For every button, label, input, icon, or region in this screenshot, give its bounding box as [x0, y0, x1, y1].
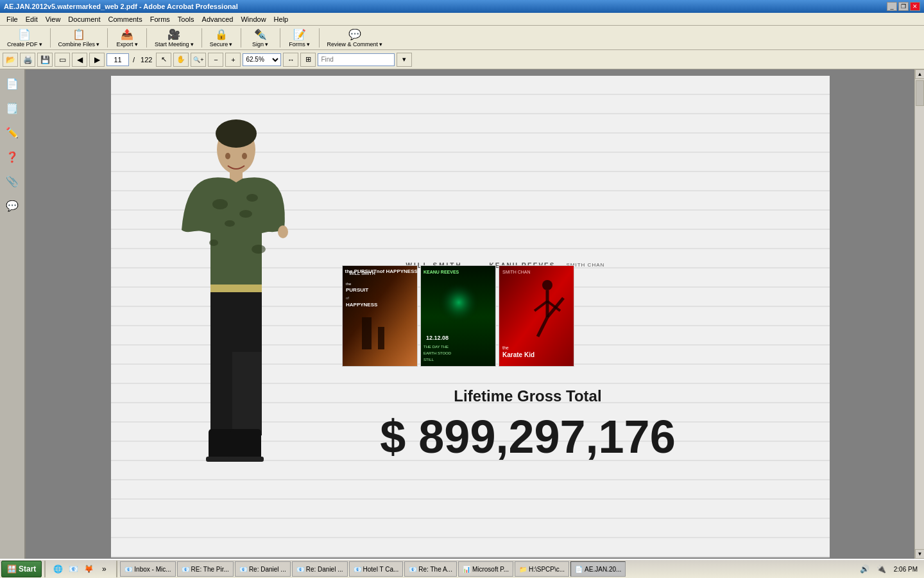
review-comment-button[interactable]: 💬 Review & Comment▾: [323, 27, 388, 49]
forward-button[interactable]: ▶: [89, 53, 105, 67]
close-button[interactable]: ✕: [910, 2, 920, 11]
svg-rect-16: [228, 457, 264, 462]
save-button[interactable]: 💾: [37, 53, 53, 67]
taskbar-ae-jan[interactable]: 📄 AE.JAN.20...: [570, 561, 626, 577]
svg-point-1: [216, 119, 257, 148]
folder-icon: 📁: [519, 566, 527, 573]
lifetime-gross-section: Lifetime Gross Total $ 899,297,176: [336, 387, 721, 463]
ie-quick-btn[interactable]: 🌐: [51, 562, 65, 576]
menu-comments[interactable]: Comments: [105, 14, 146, 24]
svg-text:EARTH STOOD: EARTH STOOD: [424, 351, 452, 355]
re-pir-icon: 📧: [182, 566, 189, 573]
zoom-select[interactable]: 62.5% 50% 75% 100%: [243, 53, 281, 66]
svg-rect-22: [378, 327, 384, 349]
taskbar-h-spcp[interactable]: 📁 H:\SPCP\c...: [515, 561, 569, 577]
zoom-forward[interactable]: +: [225, 53, 241, 67]
menu-file[interactable]: File: [3, 14, 22, 24]
taskbar-sep2: [116, 561, 117, 577]
scroll-track[interactable]: [915, 79, 924, 549]
more-quick-btn[interactable]: »: [97, 562, 111, 576]
scroll-down-button[interactable]: ▼: [915, 549, 924, 559]
main-layout: 📄 🗒️ ✏️ ❓ 📎 💬: [0, 69, 924, 559]
hand-tool[interactable]: ✋: [173, 53, 189, 67]
svg-text:PURSUIT: PURSUIT: [346, 287, 368, 293]
svg-point-5: [225, 220, 235, 227]
taskbar-hotel[interactable]: 📧 Hotel T Ca...: [349, 561, 404, 577]
lifetime-label: Lifetime Gross Total: [336, 387, 721, 405]
select-tool[interactable]: ↖: [156, 53, 171, 67]
find-input[interactable]: [318, 53, 395, 66]
menu-view[interactable]: View: [42, 14, 65, 24]
fit-width[interactable]: ↔: [283, 53, 298, 67]
zoom-out-button[interactable]: −: [208, 53, 223, 67]
export-icon: 📤: [121, 28, 133, 40]
sidebar-attach-icon[interactable]: 📎: [3, 172, 21, 190]
svg-rect-12: [232, 352, 262, 435]
svg-rect-9: [210, 285, 262, 292]
taskbar-re-daniel-1[interactable]: 📧 Re: Daniel ...: [235, 561, 291, 577]
fox-quick-btn[interactable]: 🦊: [81, 562, 96, 576]
taskbar-re-pir[interactable]: 📧 RE: The Pir...: [177, 561, 234, 577]
taskbar-inbox[interactable]: 📧 Inbox - Mic...: [120, 561, 175, 577]
poster-karate-kid: SMITH CHAN the Karate Kid: [499, 265, 574, 367]
fit-page-button[interactable]: ▭: [55, 53, 70, 67]
menu-help[interactable]: Help: [270, 14, 293, 24]
svg-text:12.12.08: 12.12.08: [426, 335, 449, 341]
svg-point-17: [225, 153, 230, 159]
forms-button[interactable]: 📝 Forms▾: [284, 27, 316, 49]
svg-rect-11: [210, 352, 234, 435]
review-icon: 💬: [348, 28, 361, 40]
restore-button[interactable]: ❐: [898, 2, 909, 11]
nav-bar: 📂 🖨️ 💾 ▭ ◀ ▶ / 122 ↖ ✋ 🔍+ − + 62.5% 50% …: [0, 50, 924, 69]
re-the-a-icon: 📧: [409, 566, 416, 573]
start-button[interactable]: 🪟 Start: [1, 561, 42, 577]
email-quick-btn[interactable]: 📧: [66, 562, 80, 576]
sidebar-document-icon[interactable]: 📄: [3, 74, 21, 92]
taskbar-re-daniel-2[interactable]: 📧 Re: Daniel ...: [292, 561, 348, 577]
svg-point-19: [278, 225, 288, 238]
svg-text:the: the: [502, 346, 509, 350]
left-sidebar: 📄 🗒️ ✏️ ❓ 📎 💬: [0, 69, 26, 559]
scroll-thumb[interactable]: [916, 80, 924, 106]
taskbar-separator: [44, 561, 46, 577]
re-daniel2-icon: 📧: [296, 566, 304, 573]
minimize-button[interactable]: _: [887, 2, 897, 11]
pdf-icon: 📄: [575, 566, 583, 573]
start-meeting-button[interactable]: 🎥 Start Meeting▾: [150, 27, 198, 49]
zoom-in-button[interactable]: 🔍+: [191, 53, 206, 67]
fit-page-2[interactable]: ⊞: [300, 53, 316, 67]
lifetime-amount: $ 899,297,176: [336, 410, 721, 463]
person-figure: [175, 114, 291, 538]
sidebar-pages-icon[interactable]: 🗒️: [3, 99, 21, 117]
page-number-input[interactable]: [107, 53, 129, 66]
right-scrollbar: ▲ ▼: [914, 69, 924, 559]
menu-document[interactable]: Document: [64, 14, 104, 24]
create-pdf-button[interactable]: 📄 Create PDF▾: [3, 27, 47, 49]
taskbar-microsoft-p[interactable]: 📊 Microsoft P...: [458, 561, 513, 577]
sign-button[interactable]: ✒️ Sign▾: [244, 27, 277, 49]
sidebar-edit-icon[interactable]: ✏️: [3, 123, 21, 141]
combine-files-button[interactable]: 📋 Combine Files▾: [54, 27, 105, 49]
menu-edit[interactable]: Edit: [22, 14, 42, 24]
open-button[interactable]: 📂: [3, 53, 18, 67]
start-meeting-icon: 🎥: [167, 28, 180, 40]
svg-text:HAPPYNESS: HAPPYNESS: [346, 302, 378, 308]
page-separator: /: [131, 56, 137, 64]
menu-window[interactable]: Window: [237, 14, 270, 24]
svg-text:WILL SMITH: WILL SMITH: [349, 271, 375, 276]
svg-text:of: of: [346, 296, 349, 300]
menu-forms[interactable]: Forms: [146, 14, 174, 24]
export-button[interactable]: 📤 Export▾: [111, 27, 143, 49]
back-button[interactable]: ◀: [72, 53, 87, 67]
menu-tools[interactable]: Tools: [174, 14, 198, 24]
scroll-up-button[interactable]: ▲: [915, 69, 924, 79]
menu-advanced[interactable]: Advanced: [198, 14, 237, 24]
taskbar-re-the-a[interactable]: 📧 Re: The A...: [404, 561, 457, 577]
sidebar-help-icon[interactable]: ❓: [3, 148, 21, 166]
svg-text:Karate Kid: Karate Kid: [502, 351, 535, 358]
find-button[interactable]: ▾: [397, 53, 412, 67]
print-button[interactable]: 🖨️: [20, 53, 35, 67]
sidebar-comment-icon[interactable]: 💬: [3, 197, 21, 215]
secure-button[interactable]: 🔒 Secure▾: [205, 27, 237, 49]
pdf-page: WILL SMITH KEANU REEVES SMITH CHAN: [111, 76, 830, 557]
